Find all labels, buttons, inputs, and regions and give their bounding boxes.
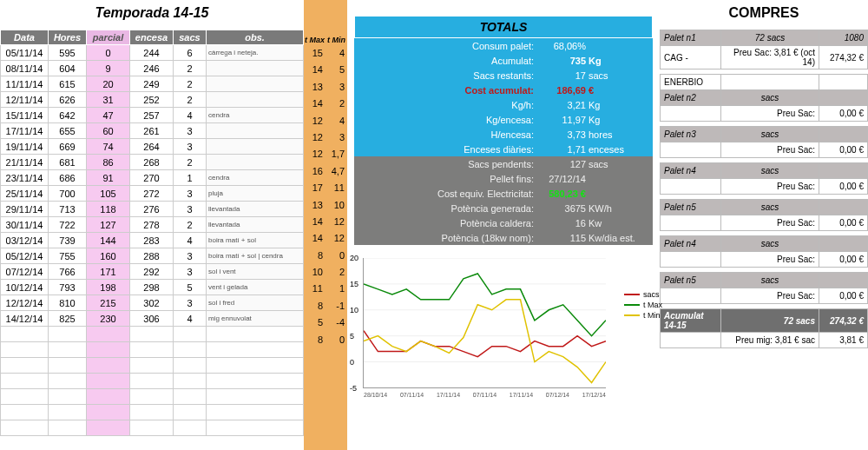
hd-parcial[interactable]: parcial (87, 30, 130, 45)
hd-encesa[interactable]: encesa (130, 30, 174, 45)
totals-row: Pellet fins:27/12/14 (354, 171, 653, 186)
temps-row[interactable]: 164,7 (304, 166, 347, 182)
compres-row[interactable]: ENERBIO (661, 75, 868, 90)
table-row[interactable]: 10/12/147931982985vent i gelada (1, 280, 304, 295)
compres-row[interactable]: Acumulat 14-1572 sacs274,32 € (661, 309, 868, 333)
temps-row[interactable]: 1412 (304, 233, 347, 249)
temps-row[interactable]: 145 (304, 64, 347, 81)
temps-row[interactable]: 121,7 (304, 149, 347, 165)
compres-row[interactable]: CAG -Preu Sac: 3,81 € (oct 14)274,32 € (661, 46, 868, 69)
compres-row[interactable]: Palet n4sacs (661, 163, 868, 179)
totals-row: Acumulat:735Kg (354, 53, 653, 68)
temps-row[interactable]: 133 (304, 82, 347, 98)
compres-row[interactable]: Palet n3sacs (661, 127, 868, 142)
totals-row: Sacs pendents:127sacs (354, 156, 653, 171)
table-row[interactable] (1, 327, 304, 342)
temps-row[interactable]: 80 (304, 334, 347, 351)
totals-row: Potència generada:3675KW/h (354, 201, 653, 215)
chart: sacs t Max t Min -505101520 28/10/1407/1… (363, 258, 606, 388)
totals-row: Potència (18kw nom):115Kw/dia est. (354, 230, 653, 245)
table-row[interactable]: 17/11/14655602613 (1, 123, 304, 139)
table-row[interactable]: 11/11/14615202492 (1, 76, 304, 92)
totals-row: Enceses diàries:1,71enceses (354, 142, 653, 156)
compres-row[interactable]: Preu Sac:0,00 € (661, 215, 868, 231)
chart-legend: sacs t Max t Min (624, 288, 662, 321)
temps-row[interactable]: 142 (304, 98, 347, 115)
table-row[interactable]: 25/11/147001052723pluja (1, 186, 304, 202)
table-row[interactable] (1, 374, 304, 389)
hd-hores[interactable]: Hores (49, 30, 87, 45)
table-row[interactable]: 29/11/147131182763llevantada (1, 202, 304, 217)
temps-row[interactable]: 123 (304, 132, 347, 149)
title-temporada: Temporada 14-15 (0, 0, 304, 30)
table-row[interactable]: 05/11/1459502446càrrega i neteja. (1, 45, 304, 61)
compres-row[interactable]: Palet n4sacs (661, 236, 868, 252)
compres-row[interactable]: Preu Sac:0,00 € (661, 142, 868, 158)
table-row[interactable]: 19/11/14669742643 (1, 139, 304, 155)
compres-row[interactable]: Palet n2sacs (661, 90, 868, 106)
temps-row[interactable]: 1310 (304, 200, 347, 216)
temps-row[interactable]: 102 (304, 267, 347, 283)
compres-row[interactable]: Preu Sac:0,00 € (661, 106, 868, 122)
compres-row[interactable]: Preu Sac:0,00 € (661, 179, 868, 195)
table-row[interactable]: 23/11/14686912701cendra (1, 170, 304, 186)
totals-row: Kg/h:3,21Kg (354, 97, 653, 112)
hd-obs[interactable]: obs. (207, 30, 304, 45)
compres-row[interactable]: Palet n5sacs (661, 200, 868, 215)
compres-row[interactable]: Preu mig: 3,81 € sac3,81 € (661, 333, 868, 348)
table-row[interactable]: 21/11/14681862682 (1, 155, 304, 170)
table-row[interactable]: 12/11/14626312522 (1, 92, 304, 108)
totals-row: Consum palet:68,06% (354, 38, 653, 53)
totals-panel: TOTALS Consum palet:68,06%Acumulat:735Kg… (354, 16, 653, 245)
totals-row: Potència caldera:16Kw (354, 215, 653, 230)
compres-row[interactable]: Preu Sac:0,00 € (661, 252, 868, 268)
table-row[interactable] (1, 342, 304, 358)
table-row[interactable]: 05/12/147551602883boira matí + sol | cen… (1, 248, 304, 264)
main-table[interactable]: Data Hores parcial encesa sacs obs. 05/1… (0, 30, 304, 436)
hd-tmax: t Max (304, 36, 326, 44)
temps-row[interactable]: 8-1 (304, 301, 347, 317)
compres-table[interactable]: Palet n172 sacs1080CAG -Preu Sac: 3,81 €… (660, 30, 868, 348)
totals-title: TOTALS (354, 16, 653, 38)
temps-row[interactable]: 80 (304, 250, 347, 267)
hd-sacs[interactable]: sacs (174, 30, 207, 45)
table-row[interactable] (1, 420, 304, 436)
hd-data[interactable]: Data (1, 30, 49, 45)
table-row[interactable] (1, 358, 304, 374)
table-row[interactable]: 15/11/14642472574cendra (1, 108, 304, 123)
temps-row[interactable]: 5-4 (304, 317, 347, 334)
temps-row[interactable]: 1412 (304, 216, 347, 233)
title-compres: COMPRES (660, 0, 868, 30)
totals-row: Cost acumulat:186,69€ (354, 83, 653, 97)
temps-row[interactable]: 124 (304, 116, 347, 132)
temps-row[interactable]: 111 (304, 283, 347, 300)
table-row[interactable]: 12/12/148102153023sol i fred (1, 295, 304, 311)
totals-row: Kg/encesa:11,97Kg (354, 112, 653, 127)
table-row[interactable]: 08/11/1460492462 (1, 61, 304, 76)
table-row[interactable] (1, 405, 304, 420)
totals-row: Sacs restants:17sacs (354, 68, 653, 83)
table-row[interactable]: 30/11/147221272782llevantada (1, 217, 304, 233)
compres-row[interactable]: Preu Sac:0,00 € (661, 288, 868, 304)
compres-row[interactable]: Palet n5sacs (661, 273, 868, 288)
table-row[interactable]: 07/12/147661712923sol i vent (1, 264, 304, 280)
temps-column: t Max t Min 154145133142124123121,7164,7… (304, 0, 347, 450)
hd-tmin: t Min (326, 36, 347, 44)
table-row[interactable]: 03/12/147391442834boira matí + sol (1, 233, 304, 248)
table-row[interactable]: 14/12/148252303064mig ennuvolat (1, 311, 304, 327)
table-row[interactable] (1, 389, 304, 405)
totals-row: H/encesa:3,73hores (354, 127, 653, 142)
totals-row: Cost equiv. Electricitat:580,23 € (354, 186, 653, 201)
temps-row[interactable]: 1711 (304, 182, 347, 199)
compres-row[interactable]: Palet n172 sacs1080 (661, 30, 868, 46)
temps-row[interactable]: 154 (304, 48, 347, 64)
